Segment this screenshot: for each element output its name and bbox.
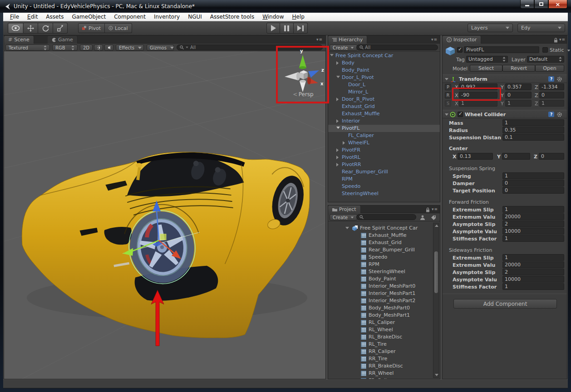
layout-dropdown[interactable]: Edy <box>517 24 565 32</box>
model-select-button[interactable]: Select <box>470 65 502 72</box>
scale-x-field[interactable]: 1 <box>459 100 497 107</box>
model-revert-button[interactable]: Revert <box>502 65 535 72</box>
fwd-asymptote-value-field[interactable]: 10000 <box>502 228 564 235</box>
rotate-tool-button[interactable] <box>38 23 53 34</box>
rotation-z-field[interactable]: 0 <box>539 92 564 98</box>
pivot-toggle-button[interactable]: Pivot <box>78 23 105 33</box>
pane-menu-icon[interactable]: ▾≡ <box>559 37 566 42</box>
menu-edit[interactable]: Edit <box>23 13 42 21</box>
tab-project[interactable]: Project <box>328 206 361 213</box>
hierarchy-item[interactable]: RPM <box>328 176 440 183</box>
radius-field[interactable]: 0.35 <box>502 127 564 133</box>
lock-icon[interactable] <box>426 207 430 212</box>
close-button[interactable]: × <box>548 0 567 9</box>
gear-icon[interactable] <box>556 112 562 118</box>
scale-tool-button[interactable] <box>53 23 68 34</box>
tab-hierarchy[interactable]: Hierarchy <box>328 36 367 44</box>
rotation-y-field[interactable]: 0 <box>505 92 532 98</box>
mass-field[interactable]: 1 <box>502 119 564 126</box>
project-item[interactable]: Body_Paint <box>328 275 433 283</box>
side-extremum-slip-field[interactable]: 1 <box>502 254 564 261</box>
target-position-field[interactable]: 0 <box>502 187 564 194</box>
menu-help[interactable]: Help <box>288 13 308 21</box>
position-key[interactable]: P <box>445 84 451 90</box>
pause-button[interactable] <box>280 23 294 34</box>
project-item[interactable]: RR_Wheel <box>328 370 433 377</box>
model-open-button[interactable]: Open <box>535 65 564 72</box>
hierarchy-item[interactable]: WheelFL <box>328 139 440 147</box>
gizmos-dropdown[interactable]: Gizmos <box>147 44 174 51</box>
menu-inventory[interactable]: Inventory <box>150 13 184 21</box>
foldout-icon[interactable] <box>445 78 448 80</box>
project-item[interactable]: Body_MeshPart0 <box>328 304 433 312</box>
hierarchy-item[interactable]: PivotRL <box>328 154 440 161</box>
pane-menu-icon[interactable]: ▾≡ <box>432 207 438 211</box>
hierarchy-item[interactable]: FL_Caliper <box>328 132 440 139</box>
side-asymptote-value-field[interactable]: 10000 <box>502 276 564 283</box>
move-tool-button[interactable] <box>24 23 38 34</box>
scale-y-field[interactable]: 1 <box>505 100 532 107</box>
project-item[interactable]: RR_Tire <box>328 355 433 363</box>
lighting-toggle[interactable] <box>94 44 103 51</box>
project-item[interactable]: RPM <box>328 261 433 268</box>
add-component-button[interactable]: Add Component <box>453 299 557 309</box>
menu-window[interactable]: Window <box>258 13 288 21</box>
foldout-icon[interactable] <box>445 113 448 116</box>
hierarchy-item[interactable]: Mirror_L <box>328 88 440 96</box>
side-extremum-value-field[interactable]: 20000 <box>502 261 564 268</box>
hierarchy-item[interactable]: SteeringWheel <box>328 190 440 197</box>
layer-dropdown[interactable]: Default <box>527 56 564 63</box>
hierarchy-item[interactable]: Exhaust_Grid <box>328 103 440 110</box>
project-item[interactable]: FR_Caliper <box>328 377 433 379</box>
hierarchy-item[interactable]: PivotRR <box>328 161 440 168</box>
gizmo-plane-handle[interactable] <box>160 234 166 240</box>
hierarchy-search-input[interactable]: All <box>356 44 438 50</box>
hierarchy-item[interactable]: Door_L_Pivot <box>328 74 440 81</box>
gear-icon[interactable] <box>556 76 562 82</box>
suspension-distance-field[interactable]: 0.1 <box>502 134 564 141</box>
project-item[interactable]: Body_MeshPart1 <box>328 312 433 319</box>
step-button[interactable] <box>294 23 308 34</box>
side-stiffness-factor-field[interactable]: 1 <box>502 283 564 290</box>
view-tool-button[interactable] <box>8 23 24 34</box>
minimize-button[interactable] <box>520 0 534 9</box>
hierarchy-item[interactable]: Rear_Bumper_Grill <box>328 168 440 176</box>
2d-toggle[interactable]: 2D <box>80 44 93 51</box>
play-button[interactable] <box>266 23 280 34</box>
tab-game[interactable]: Game <box>48 36 78 44</box>
fwd-asymptote-slip-field[interactable]: 2 <box>502 220 564 227</box>
scale-z-field[interactable]: 1 <box>539 100 564 107</box>
hierarchy-create-button[interactable]: Create <box>330 44 357 51</box>
fwd-extremum-slip-field[interactable]: 1 <box>502 206 564 213</box>
static-checkbox[interactable] <box>542 47 548 53</box>
lock-icon[interactable] <box>554 38 558 43</box>
menu-ngui[interactable]: NGUI <box>184 13 206 21</box>
wheel-collider-header[interactable]: ✓ Wheel Collider ? <box>443 110 567 118</box>
color-mode-dropdown[interactable]: RGB <box>52 44 78 51</box>
project-item-root[interactable]: Free Spirit Concept Car <box>328 225 433 232</box>
project-item[interactable]: Interior_MeshPart0 <box>328 283 433 290</box>
project-item[interactable]: RR_Caliper <box>328 348 433 355</box>
spring-field[interactable]: 1 <box>502 172 564 179</box>
project-item[interactable]: Exhaust_Grid <box>328 239 433 246</box>
search-by-label-icon[interactable] <box>431 215 436 220</box>
audio-toggle[interactable] <box>104 44 113 51</box>
scroll-down-icon[interactable] <box>435 374 438 376</box>
gameobject-name-field[interactable]: PivotFL <box>464 46 539 53</box>
tab-inspector[interactable]: Inspector <box>443 36 481 44</box>
layers-dropdown[interactable]: Layers <box>468 24 513 32</box>
center-x-field[interactable]: 0.13 <box>458 153 493 160</box>
hierarchy-item[interactable]: Door_R_Pivot <box>328 96 440 103</box>
scroll-up-icon[interactable] <box>435 225 438 227</box>
center-y-field[interactable]: 0 <box>502 153 530 160</box>
transform-header[interactable]: Transform ? <box>443 74 567 83</box>
project-scrollbar[interactable] <box>433 223 439 378</box>
project-item[interactable]: RL_Wheel <box>328 326 433 333</box>
static-dropdown-icon[interactable] <box>567 50 570 52</box>
effects-dropdown[interactable]: Effects <box>116 44 144 51</box>
project-item[interactable]: RL_Tire <box>328 341 433 348</box>
maximize-button[interactable] <box>534 0 548 9</box>
tag-dropdown[interactable]: Untagged <box>466 56 508 63</box>
local-toggle-button[interactable]: Local <box>105 23 132 33</box>
rotation-key[interactable]: R <box>445 92 451 98</box>
